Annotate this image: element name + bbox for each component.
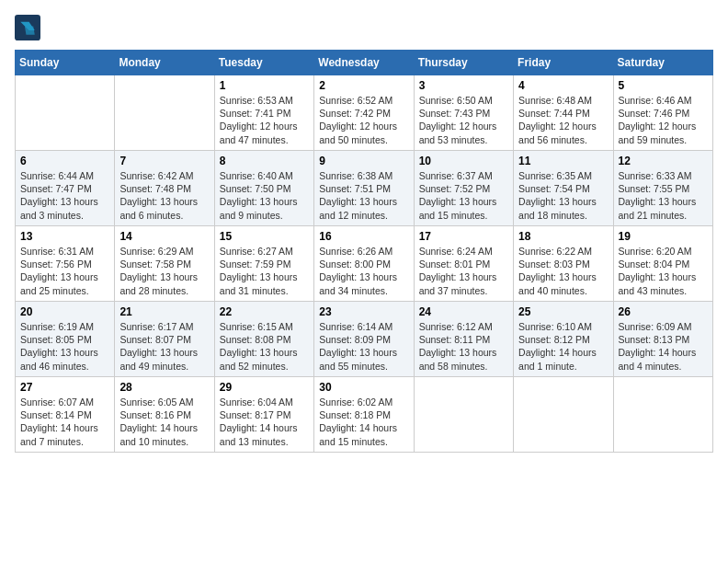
day-number: 13 — [20, 230, 109, 243]
calendar-week-2: 6Sunrise: 6:44 AM Sunset: 7:47 PM Daylig… — [16, 151, 713, 226]
day-number: 14 — [119, 230, 209, 243]
calendar-cell — [514, 377, 613, 453]
calendar-cell: 3Sunrise: 6:50 AM Sunset: 7:43 PM Daylig… — [414, 75, 513, 151]
day-info: Sunrise: 6:14 AM Sunset: 8:09 PM Dayligh… — [319, 320, 408, 373]
calendar-cell: 22Sunrise: 6:15 AM Sunset: 8:08 PM Dayli… — [214, 302, 313, 377]
day-number: 9 — [319, 155, 408, 167]
day-number: 28 — [119, 381, 209, 394]
logo-icon — [15, 15, 40, 40]
calendar-cell: 1Sunrise: 6:53 AM Sunset: 7:41 PM Daylig… — [214, 75, 313, 151]
day-info: Sunrise: 6:33 AM Sunset: 7:55 PM Dayligh… — [619, 169, 708, 222]
calendar-cell: 20Sunrise: 6:19 AM Sunset: 8:05 PM Dayli… — [16, 302, 115, 377]
calendar-cell: 19Sunrise: 6:20 AM Sunset: 8:04 PM Dayli… — [613, 226, 712, 302]
calendar-cell: 10Sunrise: 6:37 AM Sunset: 7:52 PM Dayli… — [414, 151, 513, 226]
day-number: 17 — [419, 230, 508, 243]
day-info: Sunrise: 6:20 AM Sunset: 8:04 PM Dayligh… — [619, 245, 708, 297]
calendar-cell: 7Sunrise: 6:42 AM Sunset: 7:48 PM Daylig… — [115, 151, 214, 226]
day-number: 10 — [419, 155, 508, 167]
day-info: Sunrise: 6:09 AM Sunset: 8:13 PM Dayligh… — [619, 320, 708, 373]
day-number: 30 — [319, 381, 408, 394]
calendar-cell: 5Sunrise: 6:46 AM Sunset: 7:46 PM Daylig… — [613, 75, 712, 151]
calendar-cell: 26Sunrise: 6:09 AM Sunset: 8:13 PM Dayli… — [613, 302, 712, 377]
header-monday: Monday — [115, 51, 214, 75]
day-number: 3 — [419, 79, 508, 92]
day-info: Sunrise: 6:42 AM Sunset: 7:48 PM Dayligh… — [119, 169, 209, 222]
day-info: Sunrise: 6:48 AM Sunset: 7:44 PM Dayligh… — [518, 94, 608, 146]
day-number: 23 — [319, 305, 408, 318]
day-info: Sunrise: 6:24 AM Sunset: 8:01 PM Dayligh… — [419, 245, 508, 297]
calendar-week-4: 20Sunrise: 6:19 AM Sunset: 8:05 PM Dayli… — [16, 302, 713, 377]
calendar-cell: 21Sunrise: 6:17 AM Sunset: 8:07 PM Dayli… — [115, 302, 214, 377]
day-info: Sunrise: 6:26 AM Sunset: 8:00 PM Dayligh… — [319, 245, 408, 297]
day-number: 2 — [319, 79, 408, 92]
day-info: Sunrise: 6:10 AM Sunset: 8:12 PM Dayligh… — [518, 320, 608, 373]
day-number: 21 — [119, 305, 209, 318]
calendar-cell: 8Sunrise: 6:40 AM Sunset: 7:50 PM Daylig… — [214, 151, 313, 226]
day-info: Sunrise: 6:46 AM Sunset: 7:46 PM Dayligh… — [619, 94, 708, 146]
calendar-cell: 28Sunrise: 6:05 AM Sunset: 8:16 PM Dayli… — [115, 377, 214, 453]
day-info: Sunrise: 6:22 AM Sunset: 8:03 PM Dayligh… — [518, 245, 608, 297]
day-number: 5 — [619, 79, 708, 92]
calendar-cell: 23Sunrise: 6:14 AM Sunset: 8:09 PM Dayli… — [314, 302, 414, 377]
day-number: 12 — [619, 155, 708, 167]
svg-marker-2 — [25, 26, 35, 34]
day-number: 19 — [619, 230, 708, 243]
calendar-cell: 12Sunrise: 6:33 AM Sunset: 7:55 PM Dayli… — [613, 151, 712, 226]
day-number: 16 — [319, 230, 408, 243]
day-number: 18 — [518, 230, 608, 243]
day-info: Sunrise: 6:02 AM Sunset: 8:18 PM Dayligh… — [319, 396, 408, 448]
day-info: Sunrise: 6:31 AM Sunset: 7:56 PM Dayligh… — [20, 245, 109, 297]
calendar-cell: 27Sunrise: 6:07 AM Sunset: 8:14 PM Dayli… — [16, 377, 115, 453]
day-info: Sunrise: 6:52 AM Sunset: 7:42 PM Dayligh… — [319, 94, 408, 146]
calendar-cell: 16Sunrise: 6:26 AM Sunset: 8:00 PM Dayli… — [314, 226, 414, 302]
calendar-cell: 15Sunrise: 6:27 AM Sunset: 7:59 PM Dayli… — [214, 226, 313, 302]
day-info: Sunrise: 6:07 AM Sunset: 8:14 PM Dayligh… — [20, 396, 109, 448]
day-info: Sunrise: 6:37 AM Sunset: 7:52 PM Dayligh… — [419, 169, 508, 222]
calendar-week-5: 27Sunrise: 6:07 AM Sunset: 8:14 PM Dayli… — [16, 377, 713, 453]
calendar-cell: 25Sunrise: 6:10 AM Sunset: 8:12 PM Dayli… — [514, 302, 613, 377]
day-info: Sunrise: 6:19 AM Sunset: 8:05 PM Dayligh… — [20, 320, 109, 373]
calendar-cell: 30Sunrise: 6:02 AM Sunset: 8:18 PM Dayli… — [314, 377, 414, 453]
logo — [15, 15, 44, 40]
day-number: 4 — [518, 79, 608, 92]
day-info: Sunrise: 6:35 AM Sunset: 7:54 PM Dayligh… — [518, 169, 608, 222]
day-info: Sunrise: 6:40 AM Sunset: 7:50 PM Dayligh… — [220, 169, 309, 222]
calendar-cell — [613, 377, 712, 453]
calendar-cell: 29Sunrise: 6:04 AM Sunset: 8:17 PM Dayli… — [214, 377, 313, 453]
day-info: Sunrise: 6:38 AM Sunset: 7:51 PM Dayligh… — [319, 169, 408, 222]
day-number: 6 — [20, 155, 109, 167]
day-number: 25 — [518, 305, 608, 318]
calendar-cell: 2Sunrise: 6:52 AM Sunset: 7:42 PM Daylig… — [314, 75, 414, 151]
calendar-cell — [16, 75, 115, 151]
calendar-cell: 6Sunrise: 6:44 AM Sunset: 7:47 PM Daylig… — [16, 151, 115, 226]
header-saturday: Saturday — [613, 51, 712, 75]
calendar-cell: 4Sunrise: 6:48 AM Sunset: 7:44 PM Daylig… — [514, 75, 613, 151]
day-number: 11 — [518, 155, 608, 167]
header-friday: Friday — [514, 51, 613, 75]
header-wednesday: Wednesday — [314, 51, 414, 75]
day-info: Sunrise: 6:04 AM Sunset: 8:17 PM Dayligh… — [220, 396, 309, 448]
day-number: 8 — [220, 155, 309, 167]
day-number: 15 — [220, 230, 309, 243]
header-tuesday: Tuesday — [214, 51, 313, 75]
day-info: Sunrise: 6:17 AM Sunset: 8:07 PM Dayligh… — [119, 320, 209, 373]
calendar-week-1: 1Sunrise: 6:53 AM Sunset: 7:41 PM Daylig… — [16, 75, 713, 151]
calendar-cell — [115, 75, 214, 151]
day-number: 7 — [119, 155, 209, 167]
calendar-cell: 9Sunrise: 6:38 AM Sunset: 7:51 PM Daylig… — [314, 151, 414, 226]
day-number: 29 — [220, 381, 309, 394]
page-header — [15, 15, 713, 40]
calendar-cell: 18Sunrise: 6:22 AM Sunset: 8:03 PM Dayli… — [514, 226, 613, 302]
calendar-cell: 11Sunrise: 6:35 AM Sunset: 7:54 PM Dayli… — [514, 151, 613, 226]
day-info: Sunrise: 6:15 AM Sunset: 8:08 PM Dayligh… — [220, 320, 309, 373]
day-info: Sunrise: 6:53 AM Sunset: 7:41 PM Dayligh… — [220, 94, 309, 146]
day-number: 24 — [419, 305, 508, 318]
day-number: 26 — [619, 305, 708, 318]
day-number: 1 — [220, 79, 309, 92]
calendar-week-3: 13Sunrise: 6:31 AM Sunset: 7:56 PM Dayli… — [16, 226, 713, 302]
day-info: Sunrise: 6:05 AM Sunset: 8:16 PM Dayligh… — [119, 396, 209, 448]
day-number: 22 — [220, 305, 309, 318]
calendar-cell: 24Sunrise: 6:12 AM Sunset: 8:11 PM Dayli… — [414, 302, 513, 377]
header-thursday: Thursday — [414, 51, 513, 75]
calendar-table: SundayMondayTuesdayWednesdayThursdayFrid… — [15, 50, 713, 453]
